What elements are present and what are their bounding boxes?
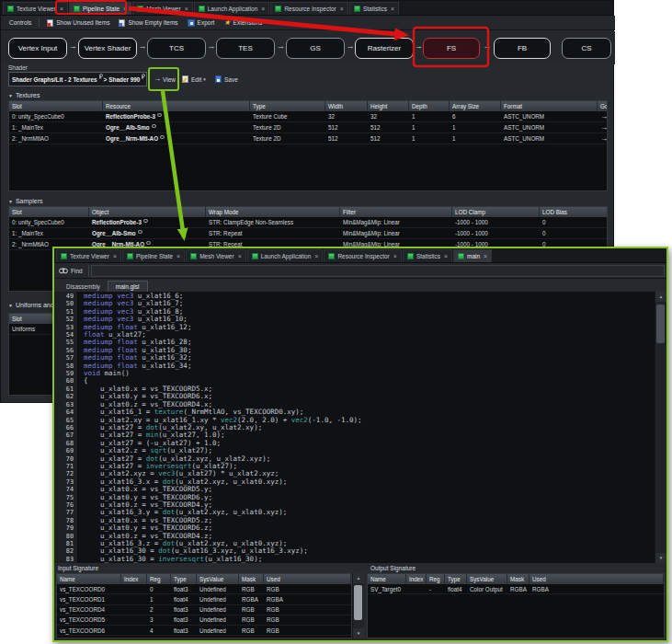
cell: - [427, 584, 445, 593]
cell: Min&Mag&Mip: Linear [340, 228, 452, 238]
tab-texture-viewer[interactable]: Texture Viewer× [3, 2, 68, 15]
tab-launch-application[interactable]: Launch Application× [247, 249, 324, 262]
stage-vertex-shader[interactable]: Vertex Shader [78, 38, 137, 59]
collapse-icon: ▼ [8, 303, 13, 308]
tab-mesh-viewer[interactable]: Mesh Viewer× [132, 2, 193, 15]
stage-vertex-input[interactable]: Vertex Input [8, 38, 67, 59]
export-icon [188, 19, 195, 27]
table-row[interactable]: vs_TEXCOORD11float4UndefinedRGBARGBA [57, 594, 351, 604]
table-row[interactable]: 0: unity_SpecCube0ReflectionProbe-3Textu… [9, 111, 607, 122]
shader-resource-link[interactable]: Shader Graphs/Lit - 2 Textures > Shader … [8, 72, 147, 86]
tab-statistics[interactable]: Statistics× [349, 2, 399, 15]
stage-fs[interactable]: FS [423, 38, 480, 59]
view-shader-button[interactable]: →View [154, 73, 176, 86]
tab-resource-inspector[interactable]: Resource Inspector× [270, 2, 347, 15]
close-icon[interactable]: × [60, 6, 63, 12]
close-icon[interactable]: × [177, 253, 180, 259]
scroll-up-arrow[interactable]: ▲ [655, 292, 666, 302]
table-row[interactable]: vs_TEXCOORD53float3UndefinedRGBRGB [57, 615, 351, 626]
input-signature-label: Input Signature [58, 565, 98, 571]
close-icon[interactable]: × [314, 253, 318, 259]
code-editor[interactable]: 4950515253545556575859606162636465666768… [54, 292, 666, 563]
table-row[interactable]: 0: unity_SpecCube0ReflectionProbe-3STR: … [9, 217, 607, 228]
scrollbar-thumb[interactable] [354, 585, 362, 620]
window-icon [74, 6, 80, 12]
go-arrow-icon[interactable]: → [598, 122, 608, 132]
table-row[interactable]: SV_Target0-float4Color OutputRGBARGBA [368, 584, 664, 594]
export-button[interactable]: Export [183, 17, 220, 29]
controls-button[interactable]: Controls [5, 17, 36, 29]
close-icon[interactable]: × [123, 6, 127, 12]
stage-cs[interactable]: CS [562, 38, 611, 59]
scroll-down-arrow[interactable]: ▼ [655, 553, 666, 563]
cell: 1: _MainTex [9, 122, 103, 132]
close-icon[interactable]: × [340, 6, 344, 12]
close-icon[interactable]: × [185, 6, 188, 12]
find-input[interactable] [91, 265, 665, 277]
tab-mesh-viewer[interactable]: Mesh Viewer× [186, 249, 246, 262]
tab-pipeline-state[interactable]: Pipeline State× [122, 249, 185, 262]
stage-rasterizer[interactable]: Rasterizer [355, 38, 414, 59]
doc-tab-disassembly[interactable]: Disassembly [59, 282, 108, 292]
stage-gs[interactable]: GS [286, 38, 345, 59]
tab-main[interactable]: main× [453, 249, 492, 262]
table-row[interactable]: vs_TEXCOORD64float3UndefinedRGBRGB [57, 626, 351, 636]
go-arrow-icon[interactable]: → [598, 133, 608, 144]
extensions-button[interactable]: ★Extensions [219, 17, 267, 29]
line-number: 70 [54, 455, 77, 463]
tab-texture-viewer[interactable]: Texture Viewer× [56, 249, 121, 262]
save-shader-button[interactable]: Save [215, 73, 238, 86]
close-icon[interactable]: × [393, 253, 397, 259]
close-icon[interactable]: × [391, 6, 394, 12]
table-row[interactable]: 1: _MainTexOgre__Alb-SmoSTR: RepeatMin&M… [9, 228, 607, 239]
close-icon[interactable]: × [484, 253, 487, 259]
tab-label: Pipeline State [136, 253, 173, 259]
line-number: 68 [54, 440, 77, 447]
cell: float3 [171, 584, 197, 593]
scroll-down-arrow[interactable]: ▼ [353, 628, 364, 638]
show-empty-items-button[interactable]: Show Empty Items [114, 17, 182, 29]
find-button[interactable]: Find [54, 265, 89, 277]
cell: RGB [239, 626, 264, 635]
cell: float3 [171, 615, 197, 625]
close-icon[interactable]: × [113, 253, 117, 259]
code-vertical-scrollbar[interactable]: ▲ ▼ [655, 292, 666, 563]
tab-label: Mesh Viewer [199, 253, 233, 259]
tab-statistics[interactable]: Statistics× [403, 249, 452, 262]
doc-tab-main-glsl[interactable]: main.glsl [108, 281, 148, 292]
close-icon[interactable]: × [238, 253, 242, 259]
stage-fb[interactable]: FB [494, 38, 551, 59]
close-icon[interactable]: × [261, 6, 265, 12]
extensions-star-icon: ★ [223, 19, 230, 27]
tab-pipeline-state[interactable]: Pipeline State× [69, 2, 131, 15]
samplers-section-header[interactable]: ▼Samplers [8, 198, 43, 204]
table-row[interactable]: vs_TEXCOORD00float3UndefinedRGBRGB [57, 584, 351, 594]
go-arrow-icon[interactable]: → [598, 111, 608, 121]
line-number: 61 [54, 385, 77, 393]
scroll-up-arrow[interactable]: ▲ [353, 573, 364, 583]
table-row[interactable]: 1: _MainTexOgre__Alb-SmoTexture 2D512512… [9, 122, 607, 133]
table-row[interactable]: vs_TEXCOORD75float3UndefinedRGBRGB [57, 636, 351, 638]
stage-tcs[interactable]: TCS [147, 38, 206, 59]
tab-resource-inspector[interactable]: Resource Inspector× [324, 249, 401, 262]
cell: vs_TEXCOORD0 [57, 584, 121, 593]
line-number: 62 [54, 393, 77, 400]
table-row[interactable]: vs_TEXCOORD42float3UndefinedRGBRGB [57, 605, 351, 615]
window-icon [458, 253, 464, 259]
close-icon[interactable]: × [444, 253, 448, 259]
chevron-down-icon[interactable]: ▾ [203, 76, 206, 82]
textures-section-header[interactable]: ▼Textures [8, 92, 40, 98]
code-line: u_xlat16_30 = inversesqrt(u_xlat16_30); [84, 556, 666, 563]
resource-link-icon [157, 113, 162, 117]
stage-tes[interactable]: TES [216, 38, 275, 59]
column-header: Go [598, 101, 608, 111]
edit-shader-button[interactable]: Edit▾ [182, 73, 206, 86]
cell: ReflectionProbe-3 [103, 111, 250, 121]
scrollbar-thumb[interactable] [656, 305, 665, 343]
input-signature-scrollbar[interactable]: ▲ ▼ [352, 573, 364, 638]
stage-connector-arrow: → [347, 42, 355, 51]
resource-link-icon [143, 219, 148, 223]
show-unused-items-button[interactable]: Show Unused Items [42, 17, 114, 29]
tab-launch-application[interactable]: Launch Application× [194, 2, 270, 15]
table-row[interactable]: 2: _NrmMtlAOOgre__Nrm-Mtl-AOTexture 2D51… [9, 133, 607, 144]
